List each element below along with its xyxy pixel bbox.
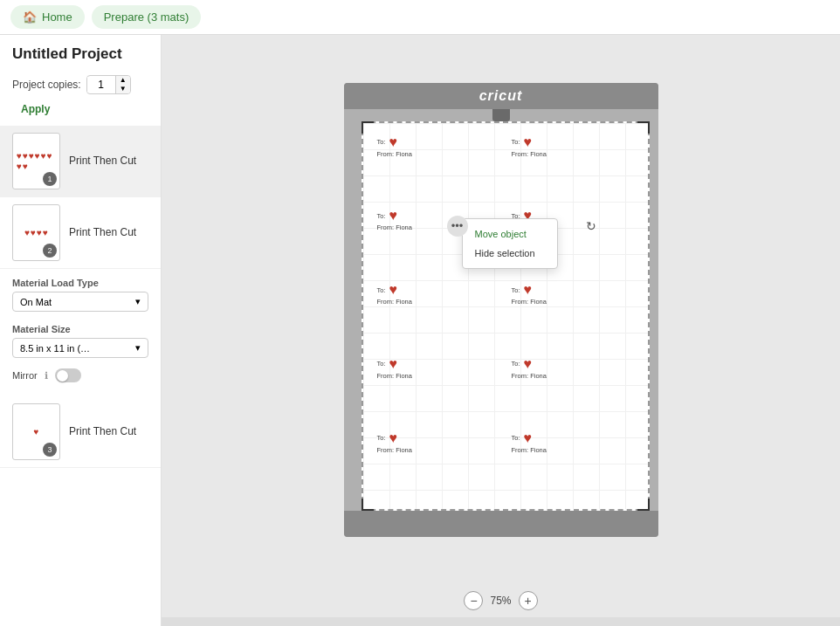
material-size-section: Material Size 8.5 in x 11 in (… ▾ (0, 315, 161, 361)
card-row: To: ♥ (512, 135, 533, 149)
heart-th: ♥ (43, 228, 48, 237)
copies-up-button[interactable]: ▲ (116, 76, 130, 85)
card-item: To: ♥ From: Fiona (372, 428, 505, 500)
card-grid: To: ♥ From: Fiona To: ♥ (372, 132, 639, 500)
from-label: From: Fiona (512, 446, 547, 454)
cricut-logo: cricut (479, 88, 523, 104)
mat-label-3: Print Then Cut (69, 424, 136, 439)
card-row: To: ♥ (377, 283, 398, 297)
card-item: To: ♥ From: Fiona (372, 279, 505, 352)
copies-input-wrap: ▲ ▼ (86, 75, 131, 94)
cricut-bottom (344, 511, 658, 537)
material-size-dropdown[interactable]: 8.5 in x 11 in (… ▾ (12, 338, 148, 358)
heart-icon: ♥ (389, 357, 398, 371)
mat-white[interactable]: To: ♥ From: Fiona To: ♥ (361, 121, 650, 511)
card-row: To: ♥ (377, 357, 398, 371)
mat-item-1[interactable]: ♥ ♥ ♥ ♥ ♥ ♥ ♥ ♥ 1 Print Then Cut (0, 126, 161, 197)
heart-th: ♥ (17, 162, 22, 171)
heart-th: ♥ (47, 151, 52, 161)
card-row: To: ♥ (512, 431, 533, 445)
to-label: To: (512, 434, 520, 442)
apply-button[interactable]: Apply (12, 100, 148, 119)
home-tab[interactable]: 🏠 Home (10, 5, 85, 29)
zoom-bar: − 75% + (162, 584, 840, 617)
mirror-toggle[interactable] (55, 368, 81, 382)
heart-th: ♥ (37, 228, 42, 237)
zoom-out-button[interactable]: − (464, 591, 483, 610)
heart-th: ♥ (17, 151, 22, 161)
material-load-section: Material Load Type On Mat ▾ (0, 269, 161, 315)
heart-icon: ♥ (389, 209, 398, 223)
mat-thumbnail-2: ♥ ♥ ♥ ♥ 2 (12, 204, 60, 261)
heart-th: ♥ (23, 151, 28, 161)
mat-label-2: Print Then Cut (69, 225, 136, 240)
hide-selection-item[interactable]: Hide selection (463, 244, 557, 263)
heart-icon: ♥ (389, 431, 398, 445)
mat-thumbnail-3: ♥ 3 (12, 403, 60, 460)
to-label: To: (377, 286, 386, 294)
heart-icon: ♥ (389, 135, 398, 149)
material-size-chevron: ▾ (135, 342, 141, 354)
heart-th: ♥ (31, 228, 36, 237)
heart-icon: ♥ (524, 357, 533, 371)
rotate-button[interactable]: ↻ (581, 216, 602, 237)
dots-icon: ••• (451, 219, 464, 232)
from-label: From: Fiona (377, 372, 412, 380)
mat-item-3[interactable]: ♥ 3 Print Then Cut (0, 396, 161, 468)
heart-th: ♥ (41, 151, 46, 161)
bottom-scrollbar[interactable] (162, 617, 840, 626)
corner-bracket-br (637, 499, 650, 511)
card-row: To: ♥ (377, 431, 398, 445)
from-label: From: Fiona (377, 150, 412, 158)
to-label: To: (512, 286, 520, 294)
material-load-chevron: ▾ (135, 296, 141, 307)
material-load-value: On Mat (20, 297, 52, 307)
mat-badge-1: 1 (43, 172, 57, 186)
to-label: To: (377, 138, 386, 146)
to-label: To: (512, 138, 520, 146)
card-item: To: ♥ From: Fiona (506, 279, 639, 352)
cricut-mat-wrap: cricut To: ♥ (344, 83, 658, 537)
from-label: From: Fiona (512, 372, 547, 380)
mat-label-1: Print Then Cut (69, 154, 136, 169)
card-row: To: ♥ (512, 283, 533, 297)
mat-thumbnail-1: ♥ ♥ ♥ ♥ ♥ ♥ ♥ ♥ 1 (12, 133, 60, 189)
from-label: From: Fiona (512, 150, 547, 158)
copies-row: Project copies: ▲ ▼ (0, 70, 161, 96)
top-nav: 🏠 Home Prepare (3 mats) (0, 0, 840, 35)
copies-input[interactable] (87, 77, 115, 93)
heart-th: ♥ (24, 228, 30, 237)
prepare-tab[interactable]: Prepare (3 mats) (92, 5, 202, 29)
card-row: To: ♥ (377, 135, 398, 149)
to-label: To: (512, 360, 520, 368)
zoom-in-button[interactable]: + (519, 591, 538, 610)
card-item: To: ♥ From: Fiona (506, 428, 639, 500)
from-label: From: Fiona (512, 298, 547, 306)
copies-label: Project copies: (12, 79, 81, 91)
from-label: From: Fiona (377, 446, 412, 454)
dots-button[interactable]: ••• (447, 216, 468, 237)
card-item: To: ♥ From: Fiona (506, 132, 639, 204)
heart-icon: ♥ (524, 283, 533, 297)
cricut-header: cricut (344, 83, 658, 109)
heart-th: ♥ (34, 427, 39, 437)
thumb-hearts-2: ♥ ♥ ♥ ♥ (21, 224, 52, 241)
card-item: To: ♥ From: Fiona (506, 354, 639, 426)
zoom-value: 75% (490, 595, 511, 607)
thumb-hearts-3: ♥ (31, 423, 43, 440)
mat-badge-3: 3 (43, 443, 57, 457)
copies-down-button[interactable]: ▼ (116, 85, 130, 93)
material-size-value: 8.5 in x 11 in (… (20, 343, 90, 354)
corner-bracket-tr (637, 121, 650, 134)
canvas-area: cricut To: ♥ (162, 35, 840, 626)
mat-item-2[interactable]: ♥ ♥ ♥ ♥ 2 Print Then Cut (0, 197, 161, 269)
cricut-notch (492, 109, 510, 121)
mirror-label: Mirror (12, 370, 38, 381)
material-load-label: Material Load Type (12, 278, 148, 288)
main-layout: Untitled Project Project copies: ▲ ▼ App… (0, 35, 840, 626)
material-load-dropdown[interactable]: On Mat ▾ (12, 292, 148, 312)
heart-icon: ♥ (524, 431, 533, 445)
move-object-item[interactable]: Move object (463, 224, 557, 244)
corner-bracket-bl (361, 499, 374, 511)
corner-bracket-tl (361, 121, 374, 134)
